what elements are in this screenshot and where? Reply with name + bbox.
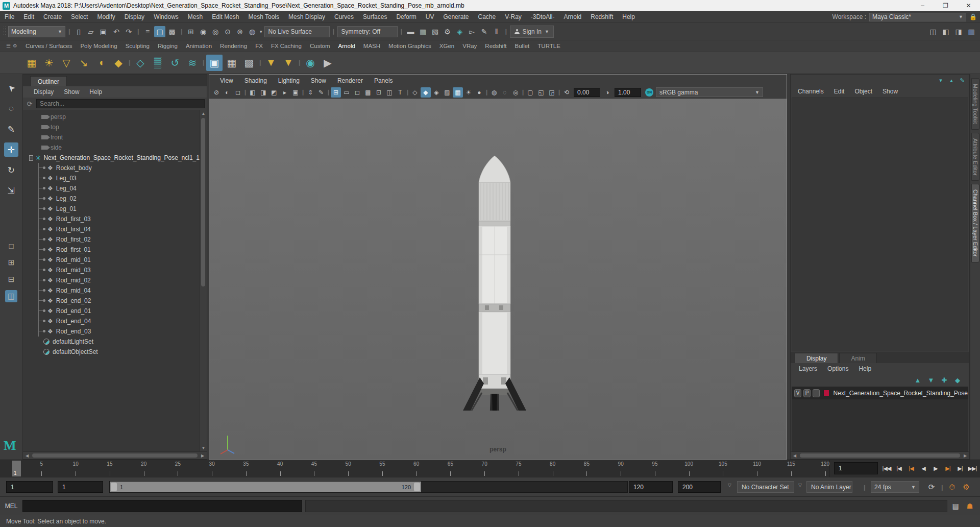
shelf-spot-light-icon[interactable]: ▽ [58,55,75,71]
shelf-tab-arnold[interactable]: Arnold [334,43,359,49]
status-snap-view-plane-icon[interactable]: ⊚ [234,26,246,37]
outliner-item-persp[interactable]: persp [23,112,200,122]
layer-display-type-toggle[interactable] [813,389,820,397]
scale-tool-icon[interactable]: ⇲ [4,183,18,198]
channelbox-menu-edit[interactable]: Edit [829,88,850,95]
outliner-item-rod-first-02[interactable]: ❖Rod_first_02 [23,234,200,245]
viewport-smooth-shade-icon[interactable]: ◆ [421,87,431,98]
menu-mesh-tools[interactable]: Mesh Tools [244,13,284,20]
viewport-wireframe-icon[interactable]: ◇ [410,87,420,98]
menu-v-ray[interactable]: V-Ray [500,13,526,20]
outliner-item-rod-end-04[interactable]: ❖Rod_end_04 [23,316,200,326]
menu-edit[interactable]: Edit [19,13,39,20]
side-tab-channel-box-layer-editor[interactable]: Channel Box / Layer Editor [971,184,979,262]
viewport-occlusion-icon[interactable]: ◍ [489,87,499,98]
fps-selector[interactable]: 24 fps ▼ [871,481,919,493]
status-snap-projected-icon[interactable]: ⊙ [222,26,233,37]
shelf-tab-rigging[interactable]: Rigging [154,43,182,49]
menu-generate[interactable]: Generate [438,13,473,20]
viewport-canvas[interactable]: persp [209,99,787,459]
status-render-frame-icon[interactable]: ▬ [405,26,416,37]
outliner-search-input[interactable]: Search... [36,99,205,108]
menu-help[interactable]: Help [618,13,640,20]
playhead[interactable]: 1 [12,461,21,476]
time-slider[interactable]: 1 51015202530354045505560657075808590951… [0,460,980,477]
layer-name[interactable]: Next_Generation_Space_Rocket_Standing_Po… [834,390,968,397]
scrollbar-thumb[interactable] [32,453,198,458]
viewport-grease-pencil-icon[interactable]: ✎ [316,87,326,98]
two-pane-layout-button[interactable]: ⊟ [5,273,17,285]
auto-keyframe-icon[interactable]: ⏱ [946,482,958,493]
close-button[interactable]: ✕ [957,0,980,11]
loop-playback-icon[interactable]: ⟳ [926,482,937,493]
mel-result-field[interactable] [305,500,947,512]
viewport-resolution-gate-icon[interactable]: ◻ [352,87,362,98]
playback-end-field[interactable]: 120 [629,481,673,493]
menu-create[interactable]: Create [39,13,66,20]
shelf-volume-icon[interactable]: ▒ [150,55,166,71]
menu-modify[interactable]: Modify [92,13,119,20]
shelf-standin-icon[interactable]: ◇ [132,55,149,71]
channelbox-speed-slow-icon[interactable]: ▾ [937,76,945,84]
group-divider[interactable] [180,27,183,37]
maximize-button[interactable]: ❐ [934,0,957,11]
outliner-item-group[interactable]: −✳Next_Generation_Space_Rocket_Standing_… [23,153,200,163]
outliner-item-defaultlightset[interactable]: defaultLightSet [23,337,200,347]
menu-curves[interactable]: Curves [330,13,358,20]
layer-visibility-toggle[interactable]: V [794,389,801,397]
exposure-field[interactable]: 0.00 [574,88,600,97]
shelf-skydome-light-icon[interactable]: ◖ [93,55,109,71]
viewport-safe-title-icon[interactable]: T [395,87,405,98]
step-forward-frame-button[interactable]: ▶| [954,462,966,475]
scroll-right-icon[interactable]: ▶ [199,453,207,458]
current-time-field[interactable]: 1 [834,462,878,474]
step-back-key-button[interactable]: |◀ [905,462,917,475]
shelf-render-view-icon[interactable]: ▣ [206,55,223,71]
status-light-editor-icon[interactable]: ▻ [467,26,478,37]
symmetry-selector[interactable]: Symmetry: Off [337,26,398,37]
side-tab-modeling-toolkit[interactable]: Modeling Toolkit [971,78,979,130]
outliner-item-rod-mid-03[interactable]: ❖Rod_mid_03 [23,265,200,275]
layer-new-layer-selected-icon[interactable]: ◆ [953,375,962,385]
status-ipr-render-icon[interactable]: ▦ [418,26,429,37]
range-start-handle[interactable] [111,483,117,491]
mel-input-field[interactable] [22,500,302,512]
outliner-item-defaultobjectset[interactable]: defaultObjectSet [23,347,200,357]
shelf-tab-xgen[interactable]: XGen [435,43,458,49]
group-divider[interactable] [504,27,508,37]
play-forwards-button[interactable]: ▶ [930,462,941,475]
outliner-item-rod-mid-01[interactable]: ❖Rod_mid_01 [23,255,200,265]
animation-start-field[interactable]: 1 [6,481,53,493]
outliner-item-leg-01[interactable]: ❖Leg_01 [23,204,200,214]
lock-icon[interactable]: 🔒 [969,13,977,20]
menu-uv[interactable]: UV [421,13,439,20]
viewport-film-gate-icon[interactable]: ▭ [341,87,352,98]
go-to-end-button[interactable]: ▶▶| [967,462,978,475]
channel-box-empty-area[interactable] [792,98,968,351]
viewport-safe-action-icon[interactable]: ◫ [384,87,395,98]
status-make-live-icon[interactable]: ◍ [247,26,258,37]
step-forward-key-button[interactable]: ▶| [942,462,953,475]
status-save-scene-icon[interactable]: ▣ [97,26,109,37]
shelf-tab-mash[interactable]: MASH [359,43,384,49]
shelf-tab-curves-surfaces[interactable]: Curves / Surfaces [21,43,76,49]
status-snap-point-icon[interactable]: ◎ [210,26,221,37]
outliner-item-leg-03[interactable]: ❖Leg_03 [23,173,200,183]
outliner-item-leg-02[interactable]: ❖Leg_02 [23,194,200,204]
viewport-isolate-select-icon[interactable]: ◎ [510,87,521,98]
shelf-area-light-icon[interactable]: ▦ [23,55,40,71]
group-divider[interactable] [136,27,140,37]
shelf-tx-manager-icon[interactable]: ◉ [302,55,318,71]
menu-set-selector[interactable]: Modeling ▼ [8,26,65,37]
status-snap-curve-icon[interactable]: ◉ [198,26,209,37]
viewport-image-plane-icon[interactable]: ▣ [290,87,301,98]
filter-icon[interactable]: ⟳ [25,100,34,108]
status-modeling-toolkit-toggle-icon[interactable]: ◫ [927,26,939,37]
shelf-gear-icon[interactable]: ⚙ [13,43,17,49]
status-render-region-icon[interactable]: ▧ [430,26,441,37]
perspective-viewport[interactable]: ViewShadingLightingShowRendererPanels ⊘◐… [209,74,787,460]
chevron-down-icon[interactable]: ▾ [260,29,262,34]
status-humanik-toggle-icon[interactable]: ◧ [940,26,951,37]
outliner-item-rod-end-03[interactable]: ❖Rod_end_03 [23,326,200,337]
step-back-frame-button[interactable]: |◀ [893,462,904,475]
